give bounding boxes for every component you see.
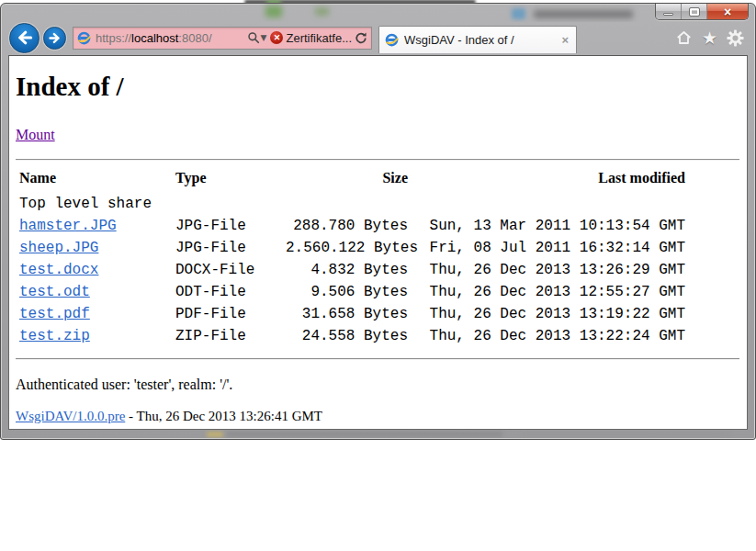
- search-icon[interactable]: [247, 31, 260, 44]
- glass-blur-blob: [315, 7, 329, 16]
- divider: [16, 159, 739, 161]
- ie-logo-icon: [77, 31, 91, 45]
- footer-timestamp: - Thu, 26 Dec 2013 13:26:41 GMT: [125, 409, 322, 423]
- url-scheme: https://: [96, 31, 131, 45]
- certificate-error-icon[interactable]: ✕: [270, 31, 283, 44]
- refresh-icon[interactable]: [355, 31, 367, 45]
- navigation-bar: https://localhost:8080/ ▼ ✕ Zertifikatfe…: [1, 22, 755, 53]
- file-size: 9.506 Bytes: [286, 282, 408, 304]
- table-row: test.pdf PDF-File 31.658 Bytes Thu, 26 D…: [19, 304, 685, 326]
- title-bar[interactable]: ×: [1, 4, 755, 22]
- chevron-down-icon[interactable]: ▼: [261, 33, 267, 42]
- table-row: sheep.JPG JPG-File 2.560.122 Bytes Fri, …: [19, 238, 685, 260]
- wsgidav-version-link[interactable]: WsgiDAV/1.0.0.pre: [16, 409, 125, 423]
- file-link[interactable]: test.docx: [19, 262, 98, 278]
- file-link[interactable]: sheep.JPG: [19, 240, 98, 256]
- back-arrow-icon: [16, 28, 34, 47]
- back-button[interactable]: [9, 23, 39, 53]
- file-modified: Fri, 08 Jul 2011 16:32:14 GMT: [408, 238, 685, 260]
- tab-title: WsgiDAV - Index of /: [404, 33, 559, 47]
- file-modified: Sun, 13 Mar 2011 10:13:54 GMT: [408, 216, 685, 238]
- forward-button[interactable]: [43, 27, 66, 50]
- file-link[interactable]: test.zip: [19, 328, 90, 344]
- file-size: 2.560.122 Bytes: [286, 238, 408, 260]
- file-modified: Thu, 26 Dec 2013 13:22:24 GMT: [408, 326, 685, 348]
- file-link[interactable]: test.odt: [19, 284, 90, 300]
- file-type: ZIP-File: [175, 326, 286, 348]
- footer: WsgiDAV/1.0.0.pre - Thu, 26 Dec 2013 13:…: [16, 409, 739, 424]
- close-icon: ×: [724, 6, 731, 18]
- glass-blur-blob: [227, 432, 502, 437]
- file-link[interactable]: test.pdf: [19, 306, 90, 322]
- table-header-row: Name Type Size Last modified: [19, 168, 685, 194]
- glass-blur-blob: [534, 10, 633, 18]
- ie-logo-icon: [385, 33, 399, 47]
- file-size: 4.832 Bytes: [286, 260, 408, 282]
- file-type: JPG-File: [175, 216, 286, 238]
- page-viewport: Index of / Mount Name Type Size Last mod…: [8, 55, 748, 430]
- file-modified: Thu, 26 Dec 2013 13:26:29 GMT: [408, 260, 685, 282]
- file-modified: Thu, 26 Dec 2013 12:55:27 GMT: [408, 282, 685, 304]
- tab-close-icon[interactable]: ×: [559, 34, 570, 46]
- table-note-row: Top level share: [19, 194, 685, 216]
- table-row: hamster.JPG JPG-File 288.780 Bytes Sun, …: [19, 216, 685, 238]
- url-text[interactable]: https://localhost:8080/: [96, 31, 212, 45]
- file-link[interactable]: hamster.JPG: [19, 218, 117, 234]
- maximize-button[interactable]: [682, 4, 707, 19]
- browser-window: × https://localhost:8080/: [0, 3, 756, 440]
- auth-note: Authenticated user: 'tester', realm: '/'…: [16, 377, 739, 393]
- toolbar-right: ★: [675, 29, 750, 47]
- page-title: Index of /: [16, 72, 739, 101]
- minimize-button[interactable]: [656, 4, 682, 19]
- minimize-icon: [663, 13, 673, 16]
- maximize-icon: [690, 8, 699, 16]
- file-size: 288.780 Bytes: [286, 216, 408, 238]
- file-size: 31.658 Bytes: [286, 304, 408, 326]
- file-modified: Thu, 26 Dec 2013 13:19:22 GMT: [408, 304, 685, 326]
- glass-blur-blob: [512, 8, 525, 19]
- table-row: test.docx DOCX-File 4.832 Bytes Thu, 26 …: [19, 260, 685, 282]
- column-header-modified: Last modified: [408, 168, 685, 194]
- column-header-type: Type: [175, 168, 286, 194]
- file-type: DOCX-File: [175, 260, 286, 282]
- glass-blur-blob: [265, 6, 282, 17]
- glass-blur-blob: [523, 432, 729, 437]
- file-type: PDF-File: [175, 304, 286, 326]
- bottom-frame: [8, 430, 748, 438]
- glass-blur-blob: [207, 432, 223, 437]
- divider: [16, 358, 739, 360]
- browser-tab[interactable]: WsgiDAV - Index of / ×: [378, 26, 577, 53]
- tools-gear-icon[interactable]: [727, 29, 744, 47]
- mount-link[interactable]: Mount: [16, 127, 55, 143]
- share-note: Top level share: [19, 194, 685, 216]
- file-type: JPG-File: [175, 238, 286, 260]
- column-header-name: Name: [19, 168, 175, 194]
- table-row: test.zip ZIP-File 24.558 Bytes Thu, 26 D…: [19, 326, 685, 348]
- favorites-star-icon[interactable]: ★: [702, 29, 717, 47]
- url-host: localhost: [131, 31, 178, 45]
- certificate-error-label[interactable]: Zertifikatfe...: [286, 31, 352, 45]
- forward-arrow-icon: [48, 31, 62, 45]
- window-controls: ×: [655, 4, 749, 20]
- file-type: ODT-File: [175, 282, 286, 304]
- close-button[interactable]: ×: [707, 4, 748, 19]
- url-port-path: :8080/: [178, 31, 211, 45]
- table-row: test.odt ODT-File 9.506 Bytes Thu, 26 De…: [19, 282, 685, 304]
- column-header-size: Size: [286, 168, 408, 194]
- address-bar[interactable]: https://localhost:8080/ ▼ ✕ Zertifikatfe…: [73, 27, 372, 50]
- file-size: 24.558 Bytes: [286, 326, 408, 348]
- home-icon[interactable]: [675, 29, 693, 46]
- directory-table: Name Type Size Last modified Top level s…: [19, 168, 685, 348]
